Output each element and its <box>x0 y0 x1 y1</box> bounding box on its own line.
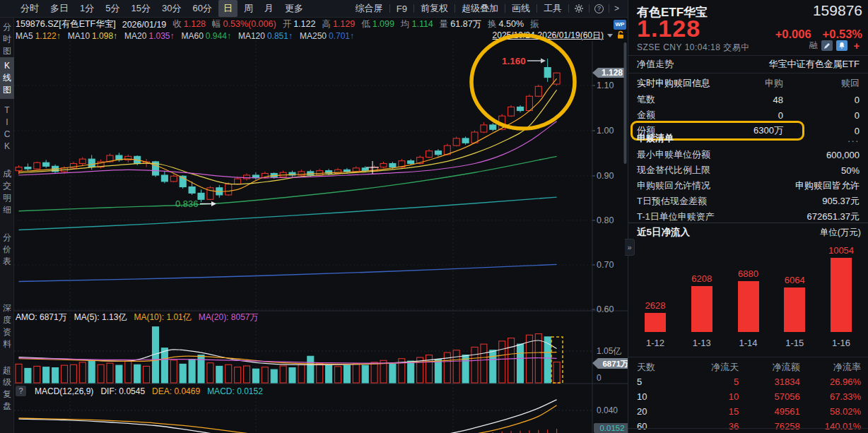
kline-chart[interactable]: 1.101.000.900.800.700.601.1281.05亿6871万0… <box>14 18 628 433</box>
more-ellipsis-icon[interactable]: ... <box>848 134 860 144</box>
axis-label: 0.040 <box>597 405 618 415</box>
tab-更多[interactable]: 更多 <box>280 0 308 17</box>
volume-bar <box>88 361 95 383</box>
sidebar-item-K线图[interactable]: K 线 图 <box>0 57 14 99</box>
purchase-list-row[interactable]: 申赎清单 ... <box>628 131 868 146</box>
sidebar-item-TICK[interactable]: T I C K <box>0 105 14 153</box>
candle <box>553 73 560 84</box>
tool-F9[interactable]: F9 <box>391 2 413 16</box>
detail-value: 600,000 <box>826 150 860 160</box>
add-icon[interactable]: + <box>851 40 862 51</box>
flow-unit: 单位(万元) <box>820 227 861 239</box>
volume-bar <box>161 348 168 383</box>
axis-label: 0.70 <box>597 260 614 270</box>
candle <box>362 168 368 171</box>
flow-table-days: 20 <box>637 404 678 419</box>
sidebar-item-成交明细[interactable]: 成 交 明 细 <box>0 168 14 216</box>
flow-bar-value: 2628 <box>645 300 666 311</box>
sidebar-item-分价表[interactable]: 分 价 表 <box>0 232 14 268</box>
tab-60分[interactable]: 60分 <box>187 0 216 17</box>
candle <box>535 86 541 96</box>
tool-前复权[interactable]: 前复权 <box>415 1 454 16</box>
candle <box>426 151 433 158</box>
tool-画线[interactable]: 画线 <box>506 1 536 16</box>
tool-超级叠加[interactable]: 超级叠加 <box>456 1 504 16</box>
volume-bar <box>517 344 524 383</box>
candle <box>544 68 551 78</box>
candle <box>170 176 177 182</box>
period-toolbar: 分时多日1分5分15分30分60分日周月更多 综合屏F9前复权超级叠加画线工具?… <box>0 0 628 18</box>
fund-code: 159876 <box>813 2 862 19</box>
change-value: +0.006 <box>775 28 811 41</box>
help-question: ? <box>594 4 604 13</box>
flow-bar-column: 2628 <box>638 300 672 332</box>
flow-table-value: 15 <box>678 404 739 419</box>
tab-周[interactable]: 周 <box>239 0 258 17</box>
chart-region: 分时多日1分5分15分30分60分日周月更多 综合屏F9前复权超级叠加画线工具?… <box>0 0 628 433</box>
volume-bar <box>70 364 76 383</box>
candle <box>198 193 204 199</box>
sidebar-item-深度资料[interactable]: 深 度 资 料 <box>0 302 14 350</box>
volume-bar <box>125 361 131 383</box>
rt-title: 实时申购赎回信息 <box>637 77 716 90</box>
nav-label: 净值走势 <box>637 58 768 71</box>
nav-row[interactable]: 净值走势 华宝中证有色金属ETF <box>628 57 868 72</box>
axis-label: 0.836 <box>175 198 199 209</box>
detail-value: 申购赎回皆允许 <box>795 179 860 192</box>
axis-label: 6871万 <box>602 360 628 368</box>
flow-table-value: 67.33% <box>800 389 861 404</box>
gear-icon[interactable] <box>570 2 588 15</box>
tab-1分[interactable]: 1分 <box>75 0 99 17</box>
rt-header-row: 实时申购赎回信息申购赎回 <box>628 76 868 91</box>
help-icon[interactable]: ? <box>590 3 608 15</box>
sidebar-item-分时图[interactable]: 分 时 图 <box>0 21 14 57</box>
candle <box>235 179 241 184</box>
net-inflow-bar-chart: 262862086880606410054 <box>638 247 858 332</box>
tab-分时[interactable]: 分时 <box>16 0 44 17</box>
rt-row-笔数: 笔数480 <box>628 92 868 107</box>
axis-label: 0.90 <box>597 171 614 181</box>
flow-table-value: 140.01% <box>800 419 861 433</box>
panel-collapse-icon[interactable]: » <box>625 239 635 256</box>
chevron-right-icon[interactable]: > <box>610 2 623 15</box>
divider <box>568 4 569 13</box>
edit-icon[interactable] <box>821 40 833 51</box>
macd-help-button[interactable]: ? <box>16 386 26 396</box>
flow-bar-category: 1-15 <box>778 338 811 348</box>
candle <box>344 170 350 172</box>
tab-15分[interactable]: 15分 <box>126 0 155 17</box>
tab-月[interactable]: 月 <box>259 0 278 17</box>
divider-scrollbar[interactable] <box>624 42 627 164</box>
net-inflow-table: 天数净流天净流额净流率553183426.96%10105705667.33%2… <box>637 360 861 433</box>
divider <box>505 4 505 13</box>
ma-line <box>19 264 557 281</box>
alert-bell-icon[interactable] <box>836 40 848 51</box>
volume-bar <box>43 367 49 383</box>
detail-row-最小申赎单位份额: 最小申赎单位份额600,000 <box>628 147 868 162</box>
purchase-list-label: 申赎清单 <box>637 132 848 145</box>
tab-多日[interactable]: 多日 <box>45 0 74 17</box>
candle <box>25 167 31 170</box>
axis-label: 0.0152 <box>599 424 624 432</box>
volume-bar <box>271 369 277 383</box>
flow-table-value: 57056 <box>739 389 799 404</box>
tab-5分[interactable]: 5分 <box>100 0 124 17</box>
volume-bar <box>289 368 295 383</box>
detail-row-现金替代比例上限: 现金替代比例上限50% <box>628 162 868 178</box>
volume-indicator-text: MA(20): 8057万 <box>199 312 259 324</box>
flow-table-header: 净流额 <box>739 360 799 374</box>
candle <box>244 175 250 179</box>
rt-row-purchase-value: 0 <box>716 110 783 121</box>
volume-bar <box>280 366 286 383</box>
candle <box>462 138 469 143</box>
rt-row-label: 笔数 <box>637 93 716 106</box>
axis-label: 1.05亿 <box>597 346 621 356</box>
tool-工具[interactable]: 工具 <box>538 1 568 16</box>
tool-综合屏[interactable]: 综合屏 <box>350 1 389 16</box>
rt-row-purchase-value: 48 <box>716 95 783 105</box>
sidebar-item-超级复盘[interactable]: 超 级 复 盘 <box>0 364 14 413</box>
axis-label: 1.00 <box>597 126 614 136</box>
tab-日[interactable]: 日 <box>218 0 237 17</box>
divider <box>414 4 414 13</box>
tab-30分[interactable]: 30分 <box>157 0 186 17</box>
